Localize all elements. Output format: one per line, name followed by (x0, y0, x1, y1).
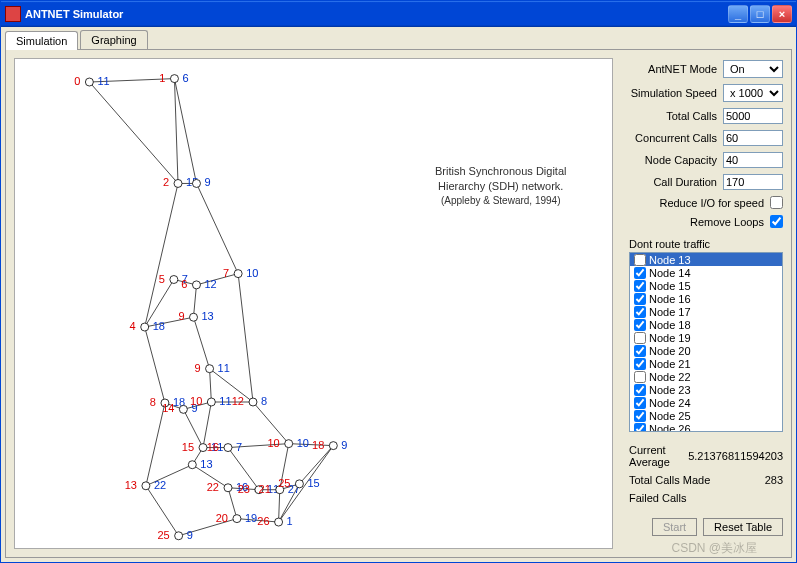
svg-point-43 (85, 78, 93, 86)
svg-line-14 (145, 327, 165, 403)
node-checkbox[interactable] (634, 384, 646, 396)
list-item[interactable]: Node 15 (630, 279, 782, 292)
node-checkbox[interactable] (634, 267, 646, 279)
svg-point-52 (192, 179, 200, 187)
list-item[interactable]: Node 21 (630, 357, 782, 370)
node-label: Node 15 (649, 280, 691, 292)
list-item[interactable]: Node 22 (630, 370, 782, 383)
route-label: Dont route traffic (629, 238, 783, 250)
list-item[interactable]: Node 26 (630, 422, 782, 432)
svg-text:22: 22 (154, 479, 166, 491)
svg-line-10 (194, 285, 197, 317)
svg-text:0: 0 (74, 75, 80, 87)
list-item[interactable]: Node 24 (630, 396, 782, 409)
node-checkbox[interactable] (634, 319, 646, 331)
total-calls-input[interactable] (723, 108, 783, 124)
svg-text:2: 2 (163, 176, 169, 188)
list-item[interactable]: Node 13 (630, 253, 782, 266)
node-checkbox[interactable] (634, 397, 646, 409)
svg-point-87 (224, 444, 232, 452)
start-button[interactable]: Start (652, 518, 697, 536)
list-item[interactable]: Node 23 (630, 383, 782, 396)
concurrent-label: Concurrent Calls (629, 132, 717, 144)
svg-point-110 (295, 480, 303, 488)
node-checkbox[interactable] (634, 306, 646, 318)
mode-select[interactable]: On (723, 60, 783, 78)
node-checkbox[interactable] (634, 371, 646, 383)
svg-text:9: 9 (204, 176, 210, 188)
list-item[interactable]: Node 14 (630, 266, 782, 279)
node-checkbox[interactable] (634, 254, 646, 266)
svg-line-32 (146, 465, 192, 486)
node-checkbox[interactable] (634, 410, 646, 422)
node-label: Node 14 (649, 267, 691, 279)
avg-value: 5.21376811594203 (688, 450, 783, 462)
svg-text:22: 22 (207, 481, 219, 493)
svg-text:5: 5 (159, 273, 165, 285)
tab-row: Simulation Graphing (1, 27, 796, 49)
close-button[interactable]: × (772, 5, 792, 23)
svg-text:12: 12 (204, 278, 216, 290)
svg-point-78 (207, 398, 215, 406)
node-checkbox[interactable] (634, 358, 646, 370)
list-item[interactable]: Node 20 (630, 344, 782, 357)
remove-loops-checkbox[interactable] (770, 215, 783, 228)
node-checkbox[interactable] (634, 345, 646, 357)
reduce-io-checkbox[interactable] (770, 196, 783, 209)
made-value: 283 (765, 474, 783, 486)
svg-text:12: 12 (232, 395, 244, 407)
svg-text:8: 8 (261, 395, 267, 407)
failed-label: Failed Calls (629, 492, 777, 504)
svg-text:8: 8 (150, 396, 156, 408)
list-item[interactable]: Node 19 (630, 331, 782, 344)
svg-text:15: 15 (182, 441, 194, 453)
list-item[interactable]: Node 16 (630, 292, 782, 305)
reset-button[interactable]: Reset Table (703, 518, 783, 536)
svg-point-101 (224, 484, 232, 492)
svg-line-5 (145, 183, 178, 327)
node-checkbox[interactable] (634, 332, 646, 344)
capacity-input[interactable] (723, 152, 783, 168)
svg-text:1: 1 (159, 72, 165, 84)
svg-text:25: 25 (278, 477, 290, 489)
svg-line-6 (196, 183, 238, 273)
svg-text:10: 10 (297, 437, 309, 449)
speed-select[interactable]: x 1000 (723, 84, 783, 102)
svg-point-93 (329, 442, 337, 450)
caption-sub: (Appleby & Steward, 1994) (435, 194, 566, 208)
speed-label: Simulation Speed (629, 87, 717, 99)
node-checkbox[interactable] (634, 293, 646, 305)
list-item[interactable]: Node 25 (630, 409, 782, 422)
tab-graphing[interactable]: Graphing (80, 30, 147, 49)
node-checkbox[interactable] (634, 423, 646, 433)
svg-text:13: 13 (202, 310, 214, 322)
duration-input[interactable] (723, 174, 783, 190)
list-item[interactable]: Node 17 (630, 305, 782, 318)
svg-text:19: 19 (245, 512, 257, 524)
node-checkbox[interactable] (634, 280, 646, 292)
list-item[interactable]: Node 18 (630, 318, 782, 331)
svg-line-1 (89, 82, 178, 183)
node-label: Node 25 (649, 410, 691, 422)
node-label: Node 20 (649, 345, 691, 357)
total-calls-label: Total Calls (629, 110, 717, 122)
svg-line-15 (210, 369, 212, 402)
maximize-button[interactable]: □ (750, 5, 770, 23)
svg-text:25: 25 (157, 529, 169, 541)
avg-label: Current Average (629, 444, 682, 468)
tab-simulation[interactable]: Simulation (5, 31, 78, 50)
titlebar[interactable]: ANTNET Simulator _ □ × (1, 1, 796, 27)
svg-point-81 (249, 398, 257, 406)
node-listbox[interactable]: Node 13Node 14Node 15Node 16Node 17Node … (629, 252, 783, 432)
svg-point-57 (192, 281, 200, 289)
svg-point-69 (206, 365, 214, 373)
minimize-button[interactable]: _ (728, 5, 748, 23)
side-panel: AntNET Mode On Simulation Speed x 1000 T… (621, 50, 791, 557)
concurrent-input[interactable] (723, 130, 783, 146)
network-canvas[interactable]: 0111621595761271091341891181814910111281… (14, 58, 613, 549)
svg-text:13: 13 (125, 479, 137, 491)
svg-text:7: 7 (223, 267, 229, 279)
svg-point-49 (174, 179, 182, 187)
remove-loops-label: Remove Loops (629, 216, 764, 228)
svg-text:4: 4 (130, 320, 136, 332)
